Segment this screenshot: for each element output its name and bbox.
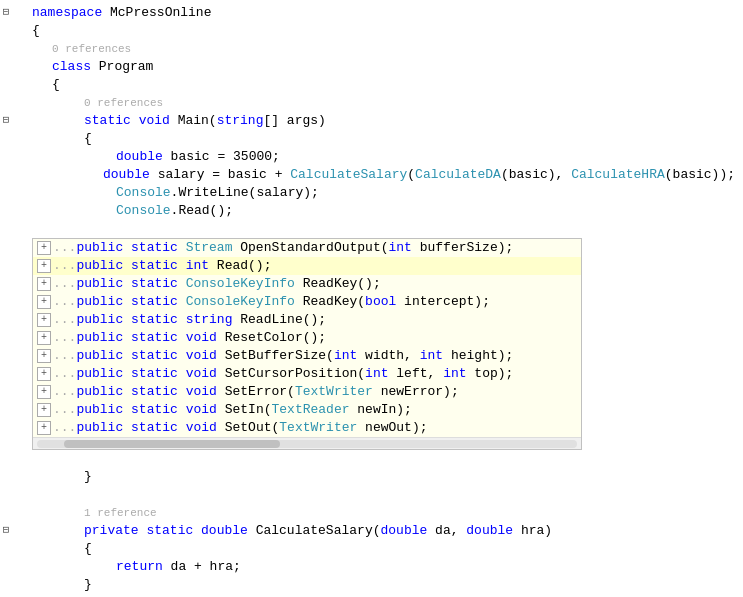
- popup-line-7[interactable]: + ... public static void SetBufferSize( …: [33, 347, 581, 365]
- popup-line-9[interactable]: + ... public static void SetError( TextW…: [33, 383, 581, 401]
- pkw-static-7: static: [131, 347, 178, 365]
- brace-3: {: [84, 130, 92, 148]
- p-setout: SetOut(: [217, 419, 279, 437]
- p-height: height);: [443, 347, 513, 365]
- expand-icon-9[interactable]: +: [37, 385, 51, 399]
- gutter-cs: ⊟: [0, 525, 32, 537]
- ptype-consolekeyinfo-2: ConsoleKeyInfo: [186, 293, 295, 311]
- csp1: [139, 522, 147, 540]
- ref-label-0a: 0 references: [52, 40, 131, 58]
- popup-line-6[interactable]: + ... public static void ResetColor();: [33, 329, 581, 347]
- kw-double2: double: [103, 166, 150, 184]
- pkw-public-5: public: [76, 311, 123, 329]
- line-main: ⊟ static void Main( string [] args): [0, 112, 743, 130]
- ps16: [178, 365, 186, 383]
- popup-line-10[interactable]: + ... public static void SetIn( TextRead…: [33, 401, 581, 419]
- p-setcursorpos: SetCursorPosition(: [217, 365, 365, 383]
- ellipsis-7: ...: [53, 347, 76, 365]
- pkw-int-t: int: [443, 365, 466, 383]
- pkw-public-1: public: [76, 239, 123, 257]
- collapse-icon-cs[interactable]: ⊟: [0, 524, 12, 536]
- expand-icon-1[interactable]: +: [37, 241, 51, 255]
- sa1: (basic),: [501, 166, 571, 184]
- collapse-icon-main[interactable]: ⊟: [0, 114, 12, 126]
- p-seterror: SetError(: [217, 383, 295, 401]
- kw-static: static: [84, 112, 131, 130]
- ps8: [178, 293, 186, 311]
- line-class: class Program: [0, 58, 743, 76]
- ptype-stream: Stream: [186, 239, 233, 257]
- code-editor: ⊟ namespace McPressOnline { 0 references…: [0, 0, 743, 597]
- line-open-brace-1: {: [0, 22, 743, 40]
- popup-line-11[interactable]: + ... public static void SetOut( TextWri…: [33, 419, 581, 437]
- gutter-collapse[interactable]: ⊟: [0, 7, 32, 19]
- expand-icon-2[interactable]: +: [37, 259, 51, 273]
- pkw-static-4: static: [131, 293, 178, 311]
- expand-icon-3[interactable]: +: [37, 277, 51, 291]
- collapse-icon[interactable]: ⊟: [0, 6, 12, 18]
- keyword-namespace: namespace: [32, 4, 102, 22]
- pkw-void-sbs: void: [186, 347, 217, 365]
- p-buffersize: bufferSize);: [412, 239, 513, 257]
- p-setbuffersize: SetBufferSize(: [217, 347, 334, 365]
- expand-icon-8[interactable]: +: [37, 367, 51, 381]
- pkw-static-5: static: [131, 311, 178, 329]
- popup-scrollbar[interactable]: [33, 437, 581, 449]
- var-basic: basic = 35000;: [163, 148, 280, 166]
- writeline-call: .WriteLine(salary);: [171, 184, 319, 202]
- close-brace-main: }: [84, 468, 92, 486]
- pkw-static-9: static: [131, 383, 178, 401]
- kw-double-hra: double: [466, 522, 513, 540]
- p-top: top);: [467, 365, 514, 383]
- line-namespace: ⊟ namespace McPressOnline: [0, 4, 743, 22]
- ps11: [123, 329, 131, 347]
- popup-line-2[interactable]: + ... public static int Read();: [33, 257, 581, 275]
- line-read: Console .Read();: [0, 202, 743, 220]
- brace-2: {: [52, 76, 60, 94]
- kw-double-da: double: [380, 522, 427, 540]
- popup-line-1[interactable]: + ... public static Stream OpenStandardO…: [33, 239, 581, 257]
- kw-return: return: [116, 558, 163, 576]
- pkw-void-rc: void: [186, 329, 217, 347]
- ps1: [123, 239, 131, 257]
- pkw-public-6: public: [76, 329, 123, 347]
- expand-icon-4[interactable]: +: [37, 295, 51, 309]
- ps13: [123, 347, 131, 365]
- expand-icon-7[interactable]: +: [37, 349, 51, 363]
- popup-line-5[interactable]: + ... public static string ReadLine();: [33, 311, 581, 329]
- ps15: [123, 365, 131, 383]
- p-setin: SetIn(: [217, 401, 272, 419]
- param-da: da,: [427, 522, 466, 540]
- popup-line-8[interactable]: + ... public static void SetCursorPositi…: [33, 365, 581, 383]
- pkw-int-h: int: [420, 347, 443, 365]
- pkw-public-10: public: [76, 401, 123, 419]
- expand-icon-6[interactable]: +: [37, 331, 51, 345]
- ps4: [178, 257, 186, 275]
- expand-icon-10[interactable]: +: [37, 403, 51, 417]
- kw-string: string: [217, 112, 264, 130]
- line-open-brace-2: {: [0, 76, 743, 94]
- brace-1: {: [32, 22, 40, 40]
- ptype-textwriter-1: TextWriter: [295, 383, 373, 401]
- ps19: [123, 401, 131, 419]
- ps21: [123, 419, 131, 437]
- method-main: Main(: [170, 112, 217, 130]
- pkw-void-scp: void: [186, 365, 217, 383]
- pkw-bool: bool: [365, 293, 396, 311]
- line-close-calc: }: [0, 576, 743, 594]
- keyword-class: class: [52, 58, 91, 76]
- p-resetcolor: ResetColor();: [217, 329, 326, 347]
- ps10: [178, 311, 186, 329]
- expand-icon-5[interactable]: +: [37, 313, 51, 327]
- p-readkey2: ReadKey(: [295, 293, 365, 311]
- popup-line-4[interactable]: + ... public static ConsoleKeyInfo ReadK…: [33, 293, 581, 311]
- pkw-static-8: static: [131, 365, 178, 383]
- expand-icon-11[interactable]: +: [37, 421, 51, 435]
- ps2: [178, 239, 186, 257]
- gap-3: [0, 486, 743, 504]
- pkw-static-3: static: [131, 275, 178, 293]
- line-calc-salary: ⊟ private static double CalculateSalary(…: [0, 522, 743, 540]
- popup-line-3[interactable]: + ... public static ConsoleKeyInfo ReadK…: [33, 275, 581, 293]
- pkw-static-6: static: [131, 329, 178, 347]
- pkw-int-1: int: [389, 239, 412, 257]
